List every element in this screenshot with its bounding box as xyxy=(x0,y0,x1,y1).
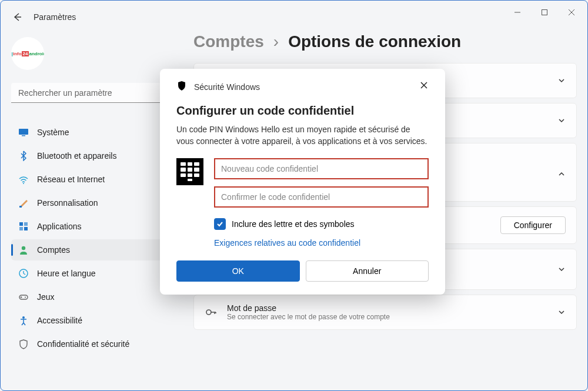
sidebar-item-label: Réseau et Internet xyxy=(37,175,105,184)
sidebar-item-bluetooth[interactable]: Bluetooth et appareils xyxy=(11,145,170,166)
svg-rect-5 xyxy=(19,129,28,135)
sidebar-item-accessibility[interactable]: Accessibilité xyxy=(11,310,170,331)
svg-rect-11 xyxy=(19,227,23,230)
shield-icon xyxy=(18,339,29,349)
chevron-up-icon xyxy=(557,170,566,178)
option-card-password[interactable]: Mot de passe Se connecter avec le mot de… xyxy=(193,295,577,330)
option-card-title: Mot de passe xyxy=(227,303,390,313)
sidebar-item-label: Bluetooth et appareils xyxy=(37,151,116,161)
include-symbols-checkbox[interactable] xyxy=(214,218,226,230)
svg-point-16 xyxy=(25,297,26,298)
apps-icon xyxy=(18,221,29,232)
sidebar-item-accounts[interactable]: Comptes xyxy=(11,239,170,260)
svg-point-13 xyxy=(22,246,25,250)
chevron-down-icon xyxy=(557,308,566,316)
include-symbols-label: Inclure des lettre et des symboles xyxy=(232,219,355,229)
dialog-header-title: Sécurité Windows xyxy=(194,82,260,92)
svg-rect-1 xyxy=(542,10,547,15)
sidebar-item-label: Jeux xyxy=(37,292,55,302)
sidebar-item-network[interactable]: Réseau et Internet xyxy=(11,169,170,190)
shield-icon xyxy=(176,81,187,93)
chevron-down-icon xyxy=(557,265,566,273)
dialog-close-button[interactable] xyxy=(417,78,431,92)
minimize-button[interactable] xyxy=(504,3,531,22)
gamepad-icon xyxy=(18,292,29,302)
bluetooth-icon xyxy=(18,151,29,161)
sidebar-item-label: Personnalisation xyxy=(37,198,98,208)
sidebar-item-label: Accessibilité xyxy=(37,316,82,325)
wifi-icon xyxy=(18,174,29,185)
sidebar-item-gaming[interactable]: Jeux xyxy=(11,286,170,308)
svg-rect-9 xyxy=(19,222,23,226)
close-button[interactable] xyxy=(558,3,585,22)
chevron-down-icon xyxy=(557,76,566,85)
breadcrumb: Comptes › Options de connexion xyxy=(193,32,577,51)
sidebar: |||info24android Système Bluetooth et ap… xyxy=(11,31,170,355)
svg-rect-10 xyxy=(24,222,28,226)
search-input[interactable] xyxy=(11,83,170,103)
sidebar-item-privacy[interactable]: Confidentialité et sécurité xyxy=(11,333,170,355)
cancel-button[interactable]: Annuler xyxy=(306,260,429,282)
option-card-sub: Se connecter avec le mot de passe de vot… xyxy=(227,313,390,321)
sidebar-item-personalization[interactable]: Personnalisation xyxy=(11,192,170,213)
dialog-description: Un code PIN Windows Hello est un moyen r… xyxy=(176,123,429,148)
breadcrumb-current: Options de connexion xyxy=(288,32,461,51)
chevron-right-icon: › xyxy=(273,32,279,51)
svg-rect-8 xyxy=(19,206,22,208)
brush-icon xyxy=(18,198,29,208)
new-pin-input[interactable] xyxy=(214,158,429,179)
ok-button[interactable]: OK xyxy=(176,260,300,282)
user-avatar[interactable]: |||info24android xyxy=(11,37,44,70)
sidebar-item-label: Applications xyxy=(37,222,82,231)
breadcrumb-parent[interactable]: Comptes xyxy=(193,32,264,51)
sidebar-item-system[interactable]: Système xyxy=(11,122,170,143)
sidebar-item-label: Système xyxy=(37,128,69,137)
sidebar-item-time-lang[interactable]: Heure et langue xyxy=(11,263,170,284)
back-button[interactable] xyxy=(11,11,23,23)
pin-requirements-link[interactable]: Exigences relatives au code confidentiel xyxy=(214,238,429,248)
user-icon xyxy=(18,245,29,255)
svg-point-17 xyxy=(22,316,25,319)
pin-pad-icon xyxy=(176,158,203,185)
chevron-down-icon xyxy=(557,116,566,125)
accessibility-icon xyxy=(18,315,29,326)
maximize-button[interactable] xyxy=(531,3,558,22)
monitor-icon xyxy=(18,127,29,138)
sidebar-item-label: Confidentialité et sécurité xyxy=(37,339,129,349)
svg-rect-6 xyxy=(22,135,25,136)
pin-setup-dialog: Sécurité Windows Configurer un code conf… xyxy=(160,69,445,295)
configure-button[interactable]: Configurer xyxy=(500,216,566,234)
svg-rect-12 xyxy=(24,227,28,230)
nav: Système Bluetooth et appareils Réseau et… xyxy=(11,122,170,355)
svg-point-18 xyxy=(206,310,211,315)
app-title: Paramètres xyxy=(34,12,76,22)
sidebar-item-label: Comptes xyxy=(37,245,70,255)
globe-clock-icon xyxy=(18,268,29,279)
key-icon xyxy=(205,306,218,319)
svg-point-7 xyxy=(23,183,24,184)
dialog-title: Configurer un code confidentiel xyxy=(176,104,429,118)
window-titlebar xyxy=(1,1,587,24)
sidebar-item-label: Heure et langue xyxy=(37,269,96,278)
sidebar-item-apps[interactable]: Applications xyxy=(11,216,170,237)
confirm-pin-input[interactable] xyxy=(214,186,429,208)
